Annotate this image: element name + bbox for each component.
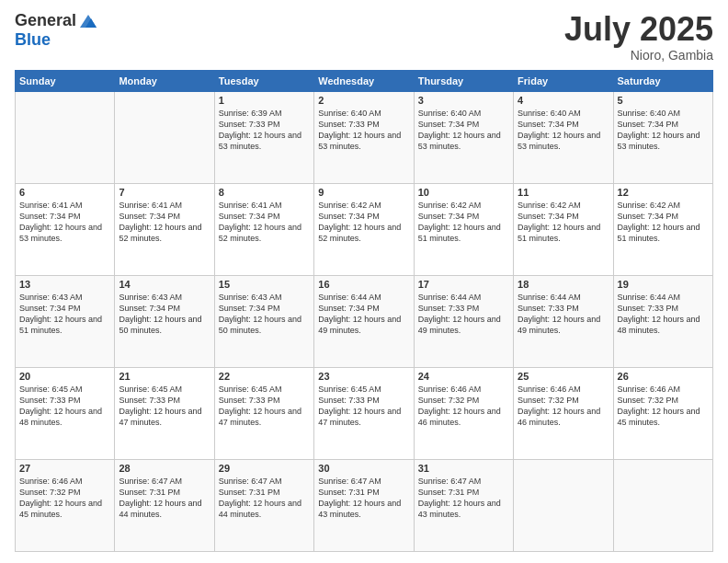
day-info: Sunrise: 6:46 AMSunset: 7:32 PMDaylight:… bbox=[518, 384, 609, 429]
day-number: 2 bbox=[318, 95, 409, 106]
calendar-table: Sunday Monday Tuesday Wednesday Thursday… bbox=[15, 70, 713, 552]
week-row-4: 20Sunrise: 6:45 AMSunset: 7:33 PMDayligh… bbox=[16, 367, 713, 459]
table-cell: 10Sunrise: 6:42 AMSunset: 7:34 PMDayligh… bbox=[414, 183, 513, 275]
day-info: Sunrise: 6:47 AMSunset: 7:31 PMDaylight:… bbox=[119, 476, 210, 521]
day-info: Sunrise: 6:40 AMSunset: 7:34 PMDaylight:… bbox=[518, 108, 609, 153]
day-number: 22 bbox=[219, 371, 310, 382]
calendar-header-row: Sunday Monday Tuesday Wednesday Thursday… bbox=[16, 70, 713, 91]
table-cell: 14Sunrise: 6:43 AMSunset: 7:34 PMDayligh… bbox=[115, 275, 214, 367]
table-cell: 3Sunrise: 6:40 AMSunset: 7:34 PMDaylight… bbox=[414, 91, 513, 183]
table-cell bbox=[514, 459, 613, 551]
table-cell: 18Sunrise: 6:44 AMSunset: 7:33 PMDayligh… bbox=[514, 275, 613, 367]
table-cell: 2Sunrise: 6:40 AMSunset: 7:33 PMDaylight… bbox=[314, 91, 414, 183]
day-info: Sunrise: 6:41 AMSunset: 7:34 PMDaylight:… bbox=[19, 200, 110, 245]
table-cell: 11Sunrise: 6:42 AMSunset: 7:34 PMDayligh… bbox=[514, 183, 613, 275]
day-info: Sunrise: 6:44 AMSunset: 7:33 PMDaylight:… bbox=[418, 292, 509, 337]
header-monday: Monday bbox=[115, 70, 214, 91]
table-cell: 8Sunrise: 6:41 AMSunset: 7:34 PMDaylight… bbox=[214, 183, 313, 275]
day-number: 14 bbox=[119, 279, 210, 290]
day-number: 16 bbox=[318, 279, 409, 290]
day-number: 20 bbox=[19, 371, 110, 382]
day-number: 23 bbox=[318, 371, 409, 382]
table-cell bbox=[16, 91, 115, 183]
week-row-1: 1Sunrise: 6:39 AMSunset: 7:33 PMDaylight… bbox=[16, 91, 713, 183]
logo-general-text: General bbox=[15, 12, 76, 30]
table-cell: 7Sunrise: 6:41 AMSunset: 7:34 PMDaylight… bbox=[115, 183, 214, 275]
day-info: Sunrise: 6:44 AMSunset: 7:34 PMDaylight:… bbox=[318, 292, 409, 337]
header-thursday: Thursday bbox=[414, 70, 513, 91]
day-info: Sunrise: 6:47 AMSunset: 7:31 PMDaylight:… bbox=[318, 476, 409, 521]
day-number: 24 bbox=[418, 371, 509, 382]
table-cell: 19Sunrise: 6:44 AMSunset: 7:33 PMDayligh… bbox=[613, 275, 712, 367]
table-cell: 22Sunrise: 6:45 AMSunset: 7:33 PMDayligh… bbox=[214, 367, 313, 459]
table-cell: 24Sunrise: 6:46 AMSunset: 7:32 PMDayligh… bbox=[414, 367, 513, 459]
day-info: Sunrise: 6:42 AMSunset: 7:34 PMDaylight:… bbox=[318, 200, 409, 245]
header-saturday: Saturday bbox=[613, 70, 712, 91]
table-cell: 17Sunrise: 6:44 AMSunset: 7:33 PMDayligh… bbox=[414, 275, 513, 367]
week-row-2: 6Sunrise: 6:41 AMSunset: 7:34 PMDaylight… bbox=[16, 183, 713, 275]
page: General Blue July 2025 Nioro, Gambia Sun… bbox=[0, 0, 728, 563]
day-number: 7 bbox=[119, 187, 210, 198]
day-info: Sunrise: 6:44 AMSunset: 7:33 PMDaylight:… bbox=[618, 292, 709, 337]
table-cell: 20Sunrise: 6:45 AMSunset: 7:33 PMDayligh… bbox=[16, 367, 115, 459]
day-info: Sunrise: 6:41 AMSunset: 7:34 PMDaylight:… bbox=[219, 200, 310, 245]
day-number: 25 bbox=[518, 371, 609, 382]
day-info: Sunrise: 6:40 AMSunset: 7:34 PMDaylight:… bbox=[618, 108, 709, 153]
table-cell: 9Sunrise: 6:42 AMSunset: 7:34 PMDaylight… bbox=[314, 183, 414, 275]
day-number: 11 bbox=[518, 187, 609, 198]
table-cell: 13Sunrise: 6:43 AMSunset: 7:34 PMDayligh… bbox=[16, 275, 115, 367]
table-cell: 21Sunrise: 6:45 AMSunset: 7:33 PMDayligh… bbox=[115, 367, 214, 459]
table-cell bbox=[613, 459, 712, 551]
title-block: July 2025 Nioro, Gambia bbox=[564, 11, 713, 63]
day-info: Sunrise: 6:46 AMSunset: 7:32 PMDaylight:… bbox=[19, 476, 110, 521]
header: General Blue July 2025 Nioro, Gambia bbox=[15, 11, 713, 63]
day-number: 6 bbox=[19, 187, 110, 198]
day-number: 4 bbox=[518, 95, 609, 106]
table-cell bbox=[115, 91, 214, 183]
table-cell: 1Sunrise: 6:39 AMSunset: 7:33 PMDaylight… bbox=[214, 91, 313, 183]
table-cell: 29Sunrise: 6:47 AMSunset: 7:31 PMDayligh… bbox=[214, 459, 313, 551]
logo: General Blue bbox=[15, 11, 98, 50]
day-number: 10 bbox=[418, 187, 509, 198]
day-info: Sunrise: 6:39 AMSunset: 7:33 PMDaylight:… bbox=[219, 108, 310, 153]
day-info: Sunrise: 6:45 AMSunset: 7:33 PMDaylight:… bbox=[219, 384, 310, 429]
day-number: 29 bbox=[219, 463, 310, 474]
day-info: Sunrise: 6:44 AMSunset: 7:33 PMDaylight:… bbox=[518, 292, 609, 337]
day-number: 8 bbox=[219, 187, 310, 198]
day-info: Sunrise: 6:42 AMSunset: 7:34 PMDaylight:… bbox=[518, 200, 609, 245]
day-info: Sunrise: 6:42 AMSunset: 7:34 PMDaylight:… bbox=[618, 200, 709, 245]
logo-icon bbox=[78, 11, 98, 31]
table-cell: 23Sunrise: 6:45 AMSunset: 7:33 PMDayligh… bbox=[314, 367, 414, 459]
table-cell: 15Sunrise: 6:43 AMSunset: 7:34 PMDayligh… bbox=[214, 275, 313, 367]
table-cell: 5Sunrise: 6:40 AMSunset: 7:34 PMDaylight… bbox=[613, 91, 712, 183]
day-number: 30 bbox=[318, 463, 409, 474]
month-title: July 2025 bbox=[564, 11, 713, 48]
day-info: Sunrise: 6:46 AMSunset: 7:32 PMDaylight:… bbox=[618, 384, 709, 429]
day-number: 15 bbox=[219, 279, 310, 290]
table-cell: 27Sunrise: 6:46 AMSunset: 7:32 PMDayligh… bbox=[16, 459, 115, 551]
day-info: Sunrise: 6:43 AMSunset: 7:34 PMDaylight:… bbox=[219, 292, 310, 337]
week-row-5: 27Sunrise: 6:46 AMSunset: 7:32 PMDayligh… bbox=[16, 459, 713, 551]
table-cell: 4Sunrise: 6:40 AMSunset: 7:34 PMDaylight… bbox=[514, 91, 613, 183]
day-number: 27 bbox=[19, 463, 110, 474]
day-number: 13 bbox=[19, 279, 110, 290]
day-number: 21 bbox=[119, 371, 210, 382]
day-number: 12 bbox=[618, 187, 709, 198]
table-cell: 31Sunrise: 6:47 AMSunset: 7:31 PMDayligh… bbox=[414, 459, 513, 551]
day-info: Sunrise: 6:45 AMSunset: 7:33 PMDaylight:… bbox=[318, 384, 409, 429]
day-info: Sunrise: 6:43 AMSunset: 7:34 PMDaylight:… bbox=[19, 292, 110, 337]
table-cell: 26Sunrise: 6:46 AMSunset: 7:32 PMDayligh… bbox=[613, 367, 712, 459]
header-wednesday: Wednesday bbox=[314, 70, 414, 91]
day-info: Sunrise: 6:46 AMSunset: 7:32 PMDaylight:… bbox=[418, 384, 509, 429]
day-info: Sunrise: 6:41 AMSunset: 7:34 PMDaylight:… bbox=[119, 200, 210, 245]
table-cell: 28Sunrise: 6:47 AMSunset: 7:31 PMDayligh… bbox=[115, 459, 214, 551]
day-info: Sunrise: 6:47 AMSunset: 7:31 PMDaylight:… bbox=[418, 476, 509, 521]
table-cell: 30Sunrise: 6:47 AMSunset: 7:31 PMDayligh… bbox=[314, 459, 414, 551]
day-number: 3 bbox=[418, 95, 509, 106]
day-number: 26 bbox=[618, 371, 709, 382]
day-info: Sunrise: 6:40 AMSunset: 7:34 PMDaylight:… bbox=[418, 108, 509, 153]
day-number: 9 bbox=[318, 187, 409, 198]
table-cell: 25Sunrise: 6:46 AMSunset: 7:32 PMDayligh… bbox=[514, 367, 613, 459]
day-number: 18 bbox=[518, 279, 609, 290]
day-number: 5 bbox=[618, 95, 709, 106]
